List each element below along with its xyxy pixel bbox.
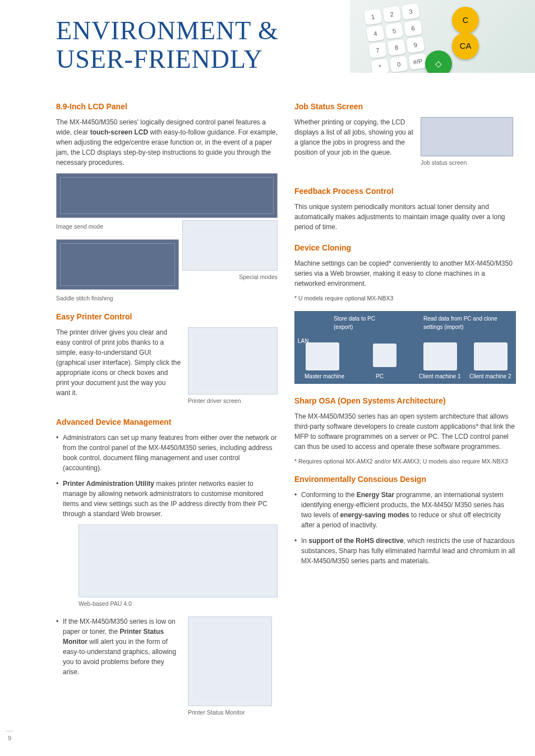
env-bullets: Conforming to the Energy Star programme,… [294, 490, 516, 566]
body-easy-printer: The printer driver gives you clear and e… [56, 327, 181, 398]
adv-device-bullet-2: Printer Administration Utility makes pri… [56, 479, 278, 519]
cloning-client1-label: Client machine 1 [419, 372, 460, 381]
cloning-read-label: Read data from PC and clone settings (im… [423, 314, 508, 331]
adv-device-list: Administrators can set up many features … [56, 433, 278, 519]
cloning-diagram: LAN Store data to PC (export) Read data … [294, 311, 516, 384]
heading-adv-device: Advanced Device Management [56, 416, 278, 428]
lcd-screenshots: Image send mode Special modes Saddle sti… [56, 173, 278, 303]
body-columns: 8.9-Inch LCD Panel The MX-M450/M350 seri… [0, 78, 535, 725]
screenshot-psm [188, 616, 272, 706]
heading-env: Environmentally Conscious Design [294, 474, 516, 485]
heading-feedback: Feedback Process Control [294, 185, 516, 197]
left-column: 8.9-Inch LCD Panel The MX-M450/M350 seri… [56, 101, 278, 725]
cloning-pc-label: PC [376, 372, 384, 381]
clear-all-icon: CA [452, 33, 479, 59]
body-cloning: Machine settings can be copied* convenie… [294, 258, 516, 289]
caption-pau: Web-based PAU 4.0 [79, 600, 278, 609]
start-icon: ◇ [425, 50, 452, 73]
screenshot-printer-driver [188, 327, 278, 395]
clear-icon: C [452, 7, 479, 34]
page-number: 9 [6, 731, 13, 743]
body-osa: The MX-M450/M350 series has an open syst… [294, 411, 516, 452]
env-bullet-2: In support of the RoHS directive, which … [294, 536, 516, 566]
env-bullet-1: Conforming to the Energy Star programme,… [294, 490, 516, 530]
caption-saddle-stitch: Saddle stitch finishing [56, 294, 278, 303]
cloning-pc-icon [373, 344, 396, 367]
caption-special-modes: Special modes [182, 273, 278, 282]
screenshot-saddle-stitch [56, 239, 179, 290]
adv-device-bullet-3: If the MX-M450/M350 series is low on pap… [56, 616, 181, 677]
caption-image-send: Image send mode [56, 222, 179, 231]
heading-easy-printer: Easy Printer Control [56, 311, 278, 323]
keypad-photo: 123 456 789 *0#/P C CA ◇ [350, 0, 535, 73]
body-lcd-panel: The MX-M450/M350 series' logically desig… [56, 117, 278, 168]
heading-job-status: Job Status Screen [294, 101, 516, 113]
header: ENVIRONMENT & USER-FRIENDLY 123 456 789 … [0, 0, 535, 78]
caption-psm: Printer Status Monitor [188, 708, 278, 717]
body-job-status: Whether printing or copying, the LCD dis… [294, 117, 414, 157]
screenshot-image-send-top [56, 173, 278, 218]
caption-job-status: Job status screen [421, 159, 516, 168]
screenshot-job-status [421, 117, 513, 156]
heading-lcd-panel: 8.9-Inch LCD Panel [56, 101, 278, 113]
cloning-master-icon [306, 342, 339, 370]
cloning-store-label: Store data to PC (export) [334, 314, 395, 331]
footnote-cloning: * U models require optional MX-NBX3 [294, 294, 516, 303]
screenshot-special-modes [182, 220, 278, 271]
body-feedback: This unique system periodically monitors… [294, 202, 516, 232]
cloning-client2-label: Client machine 2 [469, 372, 511, 381]
heading-cloning: Device Cloning [294, 242, 516, 254]
footnote-osa: * Requires optional MX-AMX2 and/or MX-AM… [294, 457, 516, 466]
cloning-client1-icon [423, 342, 457, 370]
cloning-client2-icon [474, 342, 508, 370]
heading-osa: Sharp OSA (Open Systems Architecture) [294, 395, 516, 407]
adv-device-bullet-1: Administrators can set up many features … [56, 433, 278, 473]
caption-printer-driver: Printer driver screen [188, 397, 278, 406]
cloning-master-label: Master machine [305, 372, 344, 381]
screenshot-pau [79, 525, 278, 597]
right-column: Job Status Screen Whether printing or co… [294, 101, 516, 725]
